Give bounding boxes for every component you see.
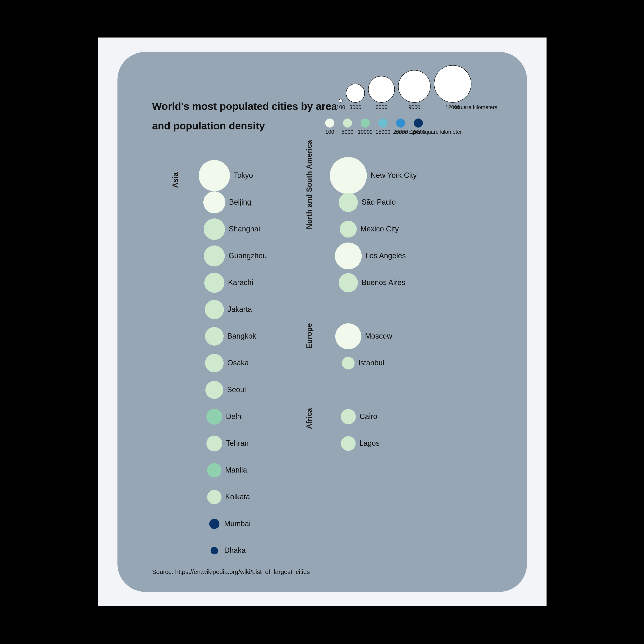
city-label: Dhaka: [224, 546, 246, 555]
city-bubble: [339, 193, 358, 212]
city-bubble: [330, 157, 367, 194]
source-text: Source: https://en.wikipedia.org/wiki/Li…: [152, 568, 310, 575]
city-label: Lagos: [359, 439, 380, 448]
city-bubble: [203, 191, 225, 213]
city-bubble: [342, 357, 354, 369]
city-label: Mumbai: [224, 519, 251, 528]
city-bubble: [211, 547, 218, 555]
city-bubble: [341, 436, 356, 451]
city-label: Tokyo: [234, 171, 253, 180]
city-bubble: [204, 273, 224, 293]
region-label: Europe: [305, 323, 314, 349]
city-bubble: [199, 160, 230, 191]
city-label: Moscow: [365, 332, 392, 340]
city-bubble: [205, 354, 224, 372]
city-bubble: [206, 435, 222, 451]
city-bubble: [335, 243, 362, 269]
city-label: Jakarta: [228, 305, 252, 314]
city-label: Kolkata: [225, 493, 250, 501]
city-bubble: [339, 273, 358, 292]
city-label: Bangkok: [227, 332, 256, 340]
city-bubble: [335, 323, 361, 349]
city-label: São Paulo: [361, 198, 396, 206]
city-label: Karachi: [228, 278, 253, 287]
city-label: Guangzhou: [229, 251, 267, 260]
city-label: New York City: [371, 171, 417, 180]
city-label: Tehran: [226, 439, 249, 448]
city-bubble: [207, 463, 222, 477]
region-label: Africa: [305, 408, 314, 429]
region-label: Asia: [171, 172, 180, 188]
city-label: Buenos Aires: [361, 278, 405, 287]
page-canvas: World's most populated cities by area an…: [98, 38, 547, 606]
chart-body: [117, 52, 527, 592]
chart-panel: World's most populated cities by area an…: [117, 52, 527, 592]
region-label: North and South America: [305, 140, 314, 229]
city-label: Los Angeles: [365, 251, 406, 260]
city-bubble: [341, 409, 356, 424]
city-bubble: [205, 300, 224, 319]
city-bubble: [206, 409, 222, 425]
city-bubble: [340, 221, 357, 238]
city-bubble: [209, 519, 219, 529]
city-label: Cairo: [360, 412, 377, 421]
city-bubble: [205, 327, 224, 346]
city-label: Mexico City: [360, 225, 399, 233]
city-label: Istanbul: [358, 359, 384, 367]
city-bubble: [205, 381, 223, 399]
city-label: Beijing: [229, 198, 251, 206]
city-bubble: [204, 218, 225, 240]
city-label: Seoul: [227, 385, 246, 394]
city-bubble: [204, 245, 225, 266]
city-label: Osaka: [227, 359, 249, 367]
city-bubble: [207, 490, 222, 504]
city-label: Delhi: [226, 412, 243, 421]
city-label: Shanghai: [229, 225, 260, 233]
city-label: Manila: [225, 466, 247, 474]
